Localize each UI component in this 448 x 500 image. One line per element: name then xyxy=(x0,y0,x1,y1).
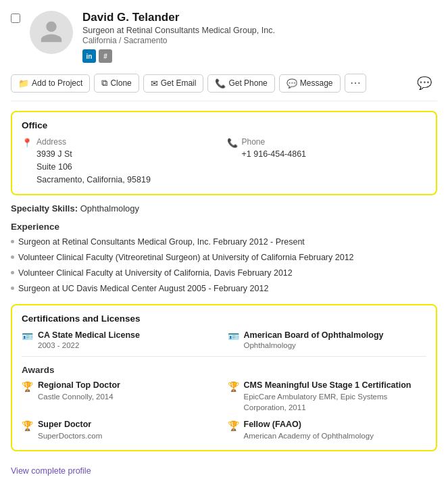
address-line-2: Suite 106 xyxy=(36,161,151,174)
exp-text-2: Volunteer Clinical Faculty at University… xyxy=(18,267,293,280)
profile-name: David G. Telander xyxy=(82,11,437,24)
location-icon: 📍 xyxy=(22,138,32,186)
cert-item-0: 🪪 CA State Medical License 2003 - 2022 xyxy=(22,330,221,349)
exp-text-3: Surgeon at UC Davis Medical Center Augus… xyxy=(18,282,268,295)
clone-button[interactable]: ⧉ Clone xyxy=(94,74,139,93)
cert-item-1: 🪪 American Board of Ophthalmology Ophtha… xyxy=(228,330,427,349)
message-label: Message xyxy=(300,78,333,88)
trophy-icon-1: 🏆 xyxy=(228,381,239,413)
cert-icon-1: 🪪 xyxy=(228,331,239,349)
linkedin-badge[interactable]: in xyxy=(82,49,96,63)
message-icon: 💬 xyxy=(287,78,297,89)
award-sub-1: EpicCare Ambulatory EMR, Epic Systems Co… xyxy=(244,391,427,413)
address-col: 📍 Address 3939 J St Suite 106 Sacramento… xyxy=(22,137,222,186)
cert-icon-0: 🪪 xyxy=(22,331,33,349)
hash-badge[interactable]: # xyxy=(99,49,112,63)
profile-title: Surgeon at Retinal Consultants Medical G… xyxy=(82,26,437,35)
award-item-0: 🏆 Regional Top Doctor Castle Connolly, 2… xyxy=(22,380,221,413)
phone-office-icon: 📞 xyxy=(227,138,238,186)
cert-sub-0: 2003 - 2022 xyxy=(38,341,140,349)
experience-item-1: Volunteer Clinical Faculty (Vitreoretina… xyxy=(11,251,437,264)
award-name-3: Fellow (FAAO) xyxy=(244,420,374,429)
experience-item-2: Volunteer Clinical Faculty at University… xyxy=(11,267,437,280)
clone-icon: ⧉ xyxy=(101,78,107,89)
email-icon: ✉ xyxy=(151,78,158,89)
cert-name-1: American Board of Ophthalmology xyxy=(244,330,384,340)
award-grid: 🏆 Regional Top Doctor Castle Connolly, 2… xyxy=(22,380,426,441)
awards-title: Awards xyxy=(22,365,426,375)
get-email-button[interactable]: ✉ Get Email xyxy=(143,74,204,93)
more-options-button[interactable]: ⋯ xyxy=(345,74,366,93)
get-phone-button[interactable]: 📞 Get Phone xyxy=(207,74,274,93)
action-toolbar: 📁 Add to Project ⧉ Clone ✉ Get Email 📞 G… xyxy=(11,72,437,101)
phone-value: +1 916-454-4861 xyxy=(242,148,307,161)
clone-label: Clone xyxy=(110,78,131,88)
cert-sub-1: Ophthalmology xyxy=(244,341,384,349)
add-to-project-button[interactable]: 📁 Add to Project xyxy=(11,74,90,93)
view-complete-profile-link[interactable]: View complete profile xyxy=(11,466,91,476)
phone-icon: 📞 xyxy=(215,78,226,89)
address-label: Address xyxy=(36,137,151,147)
get-email-label: Get Email xyxy=(161,78,197,88)
get-phone-label: Get Phone xyxy=(228,78,267,88)
award-sub-0: Castle Connolly, 2014 xyxy=(38,391,120,402)
message-button[interactable]: 💬 Message xyxy=(279,74,341,93)
exp-dot-icon xyxy=(11,271,14,274)
office-section-title: Office xyxy=(22,120,426,130)
profile-checkbox[interactable] xyxy=(11,14,20,23)
award-sub-3: American Academy of Ophthalmology xyxy=(244,430,374,441)
trophy-icon-3: 🏆 xyxy=(228,420,239,441)
folder-icon: 📁 xyxy=(18,78,29,89)
add-to-project-label: Add to Project xyxy=(32,78,82,88)
social-links: in # xyxy=(82,49,437,63)
award-name-0: Regional Top Doctor xyxy=(38,380,120,390)
specialty-row: Specialty Skills: Ophthalmology xyxy=(11,203,437,214)
certifications-title: Certifications and Licenses xyxy=(22,314,426,324)
experience-item-3: Surgeon at UC Davis Medical Center Augus… xyxy=(11,282,437,295)
experience-section: Experience Surgeon at Retinal Consultant… xyxy=(11,222,437,295)
award-sub-2: SuperDoctors.com xyxy=(38,430,102,441)
exp-text-1: Volunteer Clinical Faculty (Vitreoretina… xyxy=(18,251,354,264)
award-item-3: 🏆 Fellow (FAAO) American Academy of Opht… xyxy=(228,420,427,441)
trophy-icon-0: 🏆 xyxy=(22,381,33,413)
address-line-1: 3939 J St xyxy=(36,148,151,161)
experience-title: Experience xyxy=(11,222,437,232)
avatar xyxy=(30,11,73,54)
certifications-awards-section: Certifications and Licenses 🪪 CA State M… xyxy=(11,304,437,451)
cert-grid: 🪪 CA State Medical License 2003 - 2022 🪪… xyxy=(22,330,426,349)
profile-location: California / Sacramento xyxy=(82,36,437,45)
exp-dot-icon xyxy=(11,255,14,259)
specialty-value: Ophthalmology xyxy=(80,203,139,214)
award-name-2: Super Doctor xyxy=(38,420,102,429)
select-checkbox[interactable] xyxy=(11,14,20,25)
office-grid: 📍 Address 3939 J St Suite 106 Sacramento… xyxy=(22,137,426,186)
exp-dot-icon xyxy=(11,240,14,243)
address-line-3: Sacramento, California, 95819 xyxy=(36,174,151,186)
award-item-2: 🏆 Super Doctor SuperDoctors.com xyxy=(22,420,221,441)
phone-col: 📞 Phone +1 916-454-4861 xyxy=(227,137,427,186)
phone-label: Phone xyxy=(242,137,307,147)
trophy-icon-2: 🏆 xyxy=(22,420,33,441)
profile-header: David G. Telander Surgeon at Retinal Con… xyxy=(11,11,437,63)
cert-name-0: CA State Medical License xyxy=(38,330,140,340)
profile-info: David G. Telander Surgeon at Retinal Con… xyxy=(82,11,437,63)
award-item-1: 🏆 CMS Meaningful Use Stage 1 Certificati… xyxy=(228,380,427,413)
specialty-label: Specialty Skills: xyxy=(11,203,78,214)
exp-dot-icon xyxy=(11,286,14,290)
person-icon xyxy=(39,19,64,47)
experience-item-0: Surgeon at Retinal Consultants Medical G… xyxy=(11,236,437,249)
section-divider xyxy=(22,356,426,357)
chat-button[interactable]: 💬 xyxy=(412,72,437,94)
award-name-1: CMS Meaningful Use Stage 1 Certification xyxy=(244,380,427,390)
office-section: Office 📍 Address 3939 J St Suite 106 Sac… xyxy=(11,111,437,195)
exp-text-0: Surgeon at Retinal Consultants Medical G… xyxy=(18,236,305,249)
